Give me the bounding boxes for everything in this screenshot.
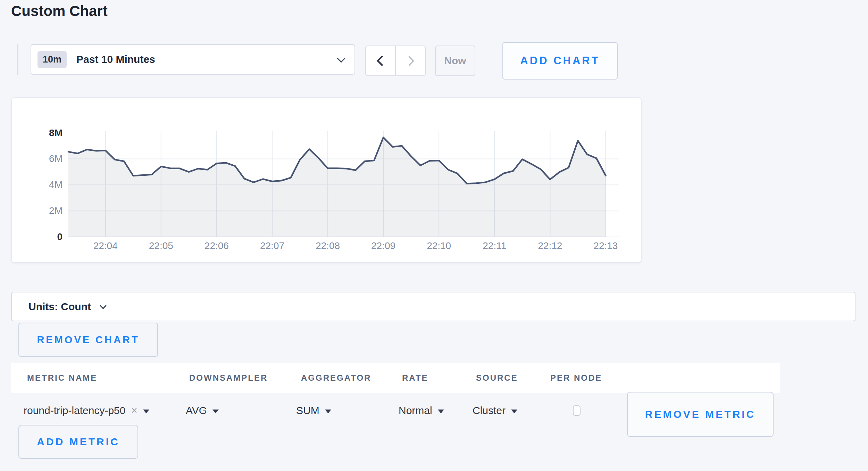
- chart-card: 22:0422:0522:0622:0722:0822:0922:1022:11…: [11, 97, 642, 263]
- add-metric-button[interactable]: ADD METRIC: [18, 425, 138, 459]
- x-tick-label: 22:09: [371, 240, 395, 251]
- aggregator-value: SUM: [296, 405, 319, 416]
- source-dropdown[interactable]: Cluster: [473, 403, 517, 418]
- source-value: Cluster: [473, 405, 506, 416]
- time-range-select[interactable]: 10m Past 10 Minutes: [31, 44, 355, 75]
- y-tick-label: 2M: [49, 205, 62, 216]
- metrics-table-header: METRIC NAME DOWNSAMPLER AGGREGATOR RATE …: [11, 363, 780, 393]
- col-header-rate: RATE: [402, 373, 428, 383]
- chevron-right-icon: [404, 56, 414, 66]
- units-dropdown[interactable]: Units: Count: [11, 292, 856, 321]
- downsampler-value: AVG: [186, 405, 207, 416]
- chevron-down-icon: [337, 54, 345, 63]
- per-node-checkbox[interactable]: [573, 405, 581, 416]
- x-tick-label: 22:11: [483, 240, 506, 251]
- now-button[interactable]: Now: [435, 46, 475, 76]
- caret-down-icon: [325, 410, 331, 413]
- caret-down-icon: [212, 410, 219, 413]
- custom-chart-page: Custom Chart 10m Past 10 Minutes Now ADD…: [0, 0, 868, 471]
- col-header-aggregator: AGGREGATOR: [301, 373, 371, 383]
- x-tick-label: 22:10: [427, 240, 451, 251]
- caret-down-icon: [511, 410, 517, 413]
- page-title: Custom Chart: [11, 3, 108, 19]
- y-tick-label: 8M: [49, 127, 62, 138]
- y-tick-label: 4M: [49, 179, 62, 190]
- x-tick-label: 22:05: [149, 240, 173, 251]
- add-chart-button[interactable]: ADD CHART: [502, 42, 618, 80]
- series-area: [68, 138, 606, 237]
- x-tick-label: 22:07: [260, 240, 284, 251]
- clear-metric-icon[interactable]: ×: [131, 404, 137, 417]
- y-tick-label: 6M: [49, 153, 62, 164]
- x-tick-label: 22:12: [538, 240, 562, 251]
- col-header-metric-name: METRIC NAME: [27, 373, 97, 383]
- col-header-per-node: PER NODE: [550, 373, 602, 383]
- chevron-down-icon: [100, 302, 107, 309]
- time-range-label: Past 10 Minutes: [76, 53, 155, 65]
- metric-name-dropdown[interactable]: round-trip-latency-p50 ×: [24, 403, 149, 418]
- x-tick-label: 22:04: [93, 240, 118, 251]
- caret-down-icon: [143, 410, 149, 413]
- y-tick-label: 0: [57, 231, 62, 242]
- timeseries-chart[interactable]: 22:0422:0522:0622:0722:0822:0922:1022:11…: [12, 98, 642, 264]
- time-forward-button[interactable]: [395, 46, 425, 75]
- time-range-badge: 10m: [37, 51, 67, 68]
- chevron-left-icon: [376, 55, 387, 66]
- col-header-source: SOURCE: [476, 373, 518, 383]
- toolbar-divider: [17, 44, 18, 75]
- units-label: Units: Count: [28, 301, 91, 313]
- rate-value: Normal: [399, 405, 432, 416]
- downsampler-dropdown[interactable]: AVG: [186, 403, 219, 418]
- remove-metric-button[interactable]: REMOVE METRIC: [627, 392, 774, 437]
- aggregator-dropdown[interactable]: SUM: [296, 403, 331, 418]
- time-nav-group: [365, 46, 426, 76]
- col-header-downsampler: DOWNSAMPLER: [189, 373, 268, 383]
- x-tick-label: 22:08: [316, 240, 340, 251]
- x-tick-label: 22:06: [205, 240, 229, 251]
- metric-name-value: round-trip-latency-p50: [24, 405, 125, 416]
- x-tick-label: 22:13: [593, 240, 618, 251]
- rate-dropdown[interactable]: Normal: [399, 403, 444, 418]
- remove-chart-button[interactable]: REMOVE CHART: [18, 323, 158, 357]
- time-back-button[interactable]: [366, 46, 395, 75]
- caret-down-icon: [438, 410, 444, 413]
